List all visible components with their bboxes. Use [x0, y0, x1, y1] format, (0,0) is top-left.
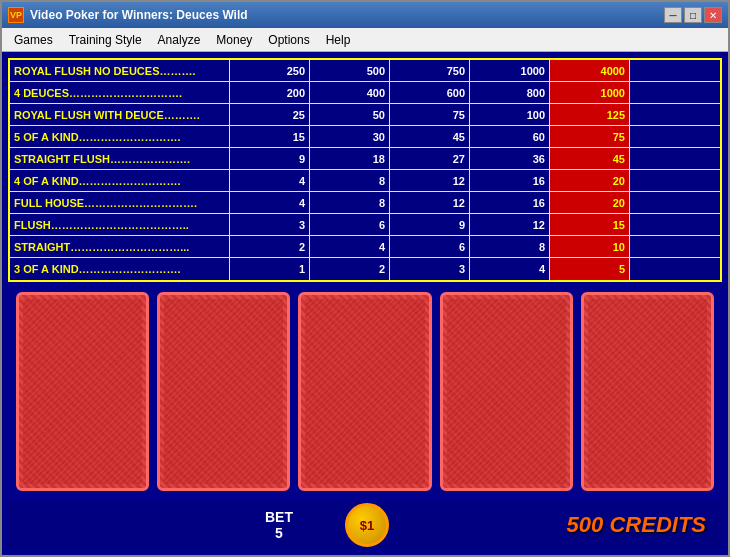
pay-cell: 75: [550, 126, 630, 147]
cards-area: [8, 286, 722, 497]
pay-cell: 1000: [470, 60, 550, 81]
pay-cell: 12: [470, 214, 550, 235]
pay-table: ROYAL FLUSH NO DEUCES……….250500750100040…: [8, 58, 722, 282]
maximize-button[interactable]: □: [684, 7, 702, 23]
pay-row: FULL HOUSE………………………….48121620: [10, 192, 720, 214]
pay-cell: 6: [310, 214, 390, 235]
bet-chip[interactable]: $1: [345, 503, 389, 547]
hand-name: 4 OF A KIND……………………….: [10, 170, 230, 191]
pay-cell: 4000: [550, 60, 630, 81]
card-5[interactable]: [581, 292, 714, 491]
card-4[interactable]: [440, 292, 573, 491]
pay-cell: 6: [390, 236, 470, 257]
app-icon: VP: [8, 7, 24, 23]
pay-cell: 2: [230, 236, 310, 257]
pay-row: STRAIGHT…………………………...246810: [10, 236, 720, 258]
pay-cell: 4: [230, 192, 310, 213]
pay-cell: 10: [550, 236, 630, 257]
hand-name: FULL HOUSE………………………….: [10, 192, 230, 213]
pay-row: 5 OF A KIND……………………….1530456075: [10, 126, 720, 148]
pay-cell: 45: [550, 148, 630, 169]
bet-label: BET: [265, 509, 293, 525]
title-bar: VP Video Poker for Winners: Deuces Wild …: [2, 2, 728, 28]
pay-cell: 20: [550, 170, 630, 191]
pay-cell: 400: [310, 82, 390, 103]
pay-cell: 8: [310, 170, 390, 191]
pay-cell: 4: [470, 258, 550, 280]
pay-cell: 3: [230, 214, 310, 235]
minimize-button[interactable]: ─: [664, 7, 682, 23]
hand-name: ROYAL FLUSH WITH DEUCE……….: [10, 104, 230, 125]
pay-cell: 4: [230, 170, 310, 191]
pay-cell: 600: [390, 82, 470, 103]
pay-cell: 250: [230, 60, 310, 81]
pay-cell: 125: [550, 104, 630, 125]
pay-cell: 9: [390, 214, 470, 235]
hand-name: 3 OF A KIND……………………….: [10, 258, 230, 280]
card-3[interactable]: [298, 292, 431, 491]
menu-options[interactable]: Options: [260, 31, 317, 49]
bet-value: 5: [275, 525, 283, 541]
menu-bar: Games Training Style Analyze Money Optio…: [2, 28, 728, 52]
pay-cell: 12: [390, 170, 470, 191]
pay-cell: 16: [470, 170, 550, 191]
pay-cell: 45: [390, 126, 470, 147]
pay-row: 3 OF A KIND……………………….12345: [10, 258, 720, 280]
pay-row: ROYAL FLUSH NO DEUCES……….250500750100040…: [10, 60, 720, 82]
pay-cell: 75: [390, 104, 470, 125]
menu-help[interactable]: Help: [318, 31, 359, 49]
hand-name: 4 DEUCES………………………….: [10, 82, 230, 103]
pay-cell: 9: [230, 148, 310, 169]
pay-row: ROYAL FLUSH WITH DEUCE……….255075100125: [10, 104, 720, 126]
menu-analyze[interactable]: Analyze: [150, 31, 209, 49]
credits-display: 500 CREDITS: [567, 512, 706, 538]
title-bar-left: VP Video Poker for Winners: Deuces Wild: [8, 7, 248, 23]
pay-cell: 12: [390, 192, 470, 213]
card-1[interactable]: [16, 292, 149, 491]
window-controls: ─ □ ✕: [664, 7, 722, 23]
pay-cell: 15: [230, 126, 310, 147]
close-button[interactable]: ✕: [704, 7, 722, 23]
hand-name: 5 OF A KIND……………………….: [10, 126, 230, 147]
main-window: VP Video Poker for Winners: Deuces Wild …: [0, 0, 730, 557]
pay-cell: 800: [470, 82, 550, 103]
pay-cell: 2: [310, 258, 390, 280]
pay-cell: 15: [550, 214, 630, 235]
pay-cell: 20: [550, 192, 630, 213]
hand-name: FLUSH………………………………..: [10, 214, 230, 235]
hand-name: STRAIGHT FLUSH………………….: [10, 148, 230, 169]
game-area: ROYAL FLUSH NO DEUCES……….250500750100040…: [2, 52, 728, 555]
pay-row: 4 OF A KIND……………………….48121620: [10, 170, 720, 192]
pay-cell: 18: [310, 148, 390, 169]
pay-cell: 200: [230, 82, 310, 103]
pay-row: FLUSH………………………………..3691215: [10, 214, 720, 236]
card-2[interactable]: [157, 292, 290, 491]
pay-row: STRAIGHT FLUSH………………….918273645: [10, 148, 720, 170]
pay-cell: 30: [310, 126, 390, 147]
menu-training-style[interactable]: Training Style: [61, 31, 150, 49]
pay-cell: 8: [310, 192, 390, 213]
pay-cell: 5: [550, 258, 630, 280]
pay-cell: 100: [470, 104, 550, 125]
pay-cell: 4: [310, 236, 390, 257]
menu-games[interactable]: Games: [6, 31, 61, 49]
pay-row: 4 DEUCES………………………….2004006008001000: [10, 82, 720, 104]
menu-money[interactable]: Money: [208, 31, 260, 49]
pay-cell: 27: [390, 148, 470, 169]
pay-cell: 1: [230, 258, 310, 280]
pay-cell: 1000: [550, 82, 630, 103]
hand-name: ROYAL FLUSH NO DEUCES……….: [10, 60, 230, 81]
window-title: Video Poker for Winners: Deuces Wild: [30, 8, 248, 22]
pay-cell: 36: [470, 148, 550, 169]
pay-cell: 500: [310, 60, 390, 81]
pay-cell: 3: [390, 258, 470, 280]
pay-cell: 750: [390, 60, 470, 81]
bottom-bar: BET 5 $1 500 CREDITS: [8, 501, 722, 549]
bet-section: BET 5: [265, 509, 293, 541]
pay-cell: 25: [230, 104, 310, 125]
pay-cell: 16: [470, 192, 550, 213]
hand-name: STRAIGHT…………………………...: [10, 236, 230, 257]
pay-cell: 60: [470, 126, 550, 147]
pay-cell: 50: [310, 104, 390, 125]
pay-cell: 8: [470, 236, 550, 257]
